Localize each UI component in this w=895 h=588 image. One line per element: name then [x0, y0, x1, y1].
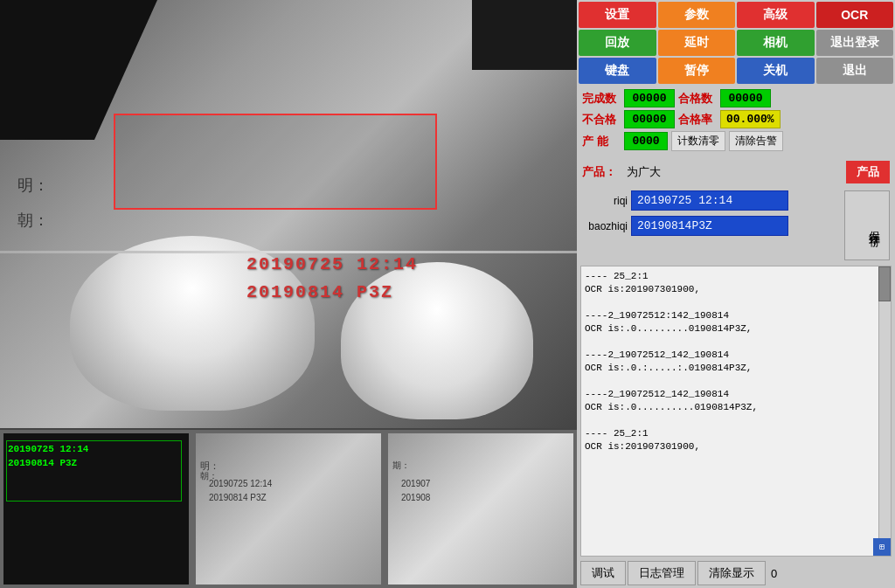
capacity-label: 产 能: [582, 134, 621, 149]
detection-text: 20190725 12:14 20190814 P3Z: [246, 251, 418, 307]
thumb-1-line1: 20190725 12:14: [8, 442, 88, 456]
setup-button[interactable]: 设置: [579, 2, 656, 28]
clear-display-button[interactable]: 清除显示: [697, 561, 766, 585]
log-line-14: OCR is:201907301900,: [585, 440, 887, 453]
advanced-button[interactable]: 高级: [737, 2, 815, 28]
save-char-button[interactable]: 保存字符: [844, 190, 890, 260]
capacity-value: 0000: [624, 132, 668, 150]
log-line-9: [585, 375, 887, 388]
log-management-button[interactable]: 日志管理: [628, 561, 696, 585]
log-line-13: ---- 25_2:1: [585, 427, 887, 440]
clear-alarm-button[interactable]: 清除告警: [729, 131, 783, 151]
thumb-1-text: 20190725 12:14 20190814 P3Z: [8, 442, 88, 470]
baozhiqi-label: baozhiqi: [582, 220, 628, 232]
main-camera-view: 明： 朝： 20190725 12:14 20190814 P3Z: [0, 0, 577, 428]
log-icon: ⊞: [873, 538, 891, 556]
thumbnail-2[interactable]: 明： 朝： 20190725 12:14 20190814 P3Z: [196, 433, 381, 585]
complete-value: 00000: [624, 89, 675, 107]
product-label: 产品：: [582, 164, 616, 180]
bottom-buttons: 调试 日志管理 清除显示 0: [577, 558, 895, 588]
log-area[interactable]: ---- 25_2:1 OCR is:201907301900, ----2_1…: [580, 266, 892, 557]
log-line-8: OCR is:.0.:.....:.0190814P3Z,: [585, 362, 887, 375]
thumb-3-line2: 201908: [401, 491, 430, 505]
baozhiqi-value[interactable]: 20190814P3Z: [631, 216, 788, 236]
thumb-2-line2: 20190814 P3Z: [209, 491, 272, 505]
log-line-3: [585, 296, 887, 309]
fail-label: 不合格: [582, 112, 621, 128]
riqi-value[interactable]: 20190725 12:14: [631, 190, 788, 211]
ocr-baozhiqi-row: baozhiqi 20190814P3Z: [582, 216, 841, 236]
thumbnail-strip: 20190725 12:14 20190814 P3Z 明： 朝： 201907…: [0, 428, 577, 588]
ocr-fields-left: riqi 20190725 12:14 baozhiqi 20190814P3Z: [582, 190, 841, 260]
log-scrollbar-thumb[interactable]: [878, 266, 891, 301]
stats-row-2: 不合格 00000 合格率 00.000%: [582, 110, 890, 128]
side-label-chao: 朝：: [17, 210, 49, 231]
thumb-3-line1: 201907: [401, 477, 430, 491]
log-line-12: [585, 414, 887, 427]
log-line-6: [585, 336, 887, 349]
ocr-button[interactable]: OCR: [816, 2, 894, 28]
camera-panel: 明： 朝： 20190725 12:14 20190814 P3Z 201907…: [0, 0, 577, 588]
log-line-2: OCR is:201907301900,: [585, 283, 887, 296]
pass-value: 00000: [720, 89, 771, 107]
pass-rate-label: 合格率: [678, 112, 717, 128]
pause-button[interactable]: 暂停: [658, 58, 736, 84]
params-button[interactable]: 参数: [658, 2, 736, 28]
log-line-5: OCR is:.0.........0190814P3Z,: [585, 322, 887, 336]
stats-area: 完成数 00000 合格数 00000 不合格 00000 合格率 00.000…: [577, 86, 895, 157]
log-line-11: OCR is:.0..........0190814P3Z,: [585, 401, 887, 414]
log-content: ---- 25_2:1 OCR is:201907301900, ----2_1…: [585, 270, 887, 453]
ocr-fields: riqi 20190725 12:14 baozhiqi 20190814P3Z…: [577, 187, 895, 264]
side-label-ming: 明：: [17, 175, 49, 196]
log-icon-symbol: ⊞: [879, 541, 885, 554]
detection-box: 20190725 12:14 20190814 P3Z: [114, 114, 437, 210]
button-grid: 设置 参数 高级 OCR 回放 延时 相机 退出登录 键盘 暂停 关机 退出: [577, 0, 895, 86]
log-line-7: ----2_19072512_142_190814: [585, 349, 887, 362]
complete-label: 完成数: [582, 91, 621, 107]
pass-rate-value: 00.000%: [720, 110, 781, 128]
thumb-3-label-period: 期：: [392, 460, 410, 472]
logout-button[interactable]: 退出登录: [816, 30, 894, 56]
log-line-4: ----2_19072512:142_190814: [585, 309, 887, 322]
product-name: 为广大: [621, 163, 841, 182]
shutdown-button[interactable]: 关机: [737, 58, 815, 84]
thumbnail-3[interactable]: 期： 201907 201908: [388, 433, 573, 585]
keyboard-button[interactable]: 键盘: [579, 58, 656, 84]
cam-dark-area-tr: [472, 0, 577, 70]
thumb-2-line1: 20190725 12:14: [209, 477, 272, 491]
playback-button[interactable]: 回放: [579, 30, 656, 56]
riqi-label: riqi: [582, 195, 628, 207]
camera-button[interactable]: 相机: [737, 30, 815, 56]
delay-button[interactable]: 延时: [658, 30, 736, 56]
thumb-3-text: 201907 201908: [401, 477, 430, 505]
stats-row-1: 完成数 00000 合格数 00000: [582, 89, 890, 107]
log-line-10: ----2_19072512_142_190814: [585, 388, 887, 401]
product-row: 产品： 为广大 产品: [577, 157, 895, 187]
log-line-1: ---- 25_2:1: [585, 270, 887, 283]
fail-value: 00000: [624, 110, 675, 128]
right-panel: 设置 参数 高级 OCR 回放 延时 相机 退出登录 键盘 暂停 关机 退出 完…: [577, 0, 895, 588]
detection-line2: 20190814 P3Z: [246, 279, 418, 307]
clear-count-button[interactable]: 计数清零: [671, 131, 725, 151]
stats-row-3: 产 能 0000 计数清零 清除告警: [582, 131, 890, 151]
bottom-count: 0: [771, 567, 777, 580]
thumb-2-text: 20190725 12:14 20190814 P3Z: [209, 477, 272, 505]
ocr-riqi-row: riqi 20190725 12:14: [582, 190, 841, 211]
pass-label: 合格数: [678, 91, 717, 107]
product-button[interactable]: 产品: [846, 161, 890, 183]
log-scrollbar[interactable]: [878, 266, 891, 556]
detection-line1: 20190725 12:14: [246, 251, 418, 279]
debug-button[interactable]: 调试: [580, 561, 626, 585]
thumbnail-1[interactable]: 20190725 12:14 20190814 P3Z: [3, 433, 189, 585]
thumb-1-line2: 20190814 P3Z: [8, 456, 88, 470]
exit-button[interactable]: 退出: [816, 58, 894, 84]
